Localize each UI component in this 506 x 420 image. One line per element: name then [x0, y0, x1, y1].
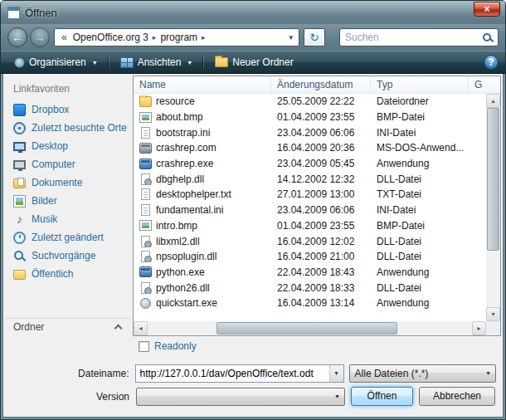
table-row[interactable]: resource25.05.2009 22:22Dateiordner: [134, 94, 486, 110]
ini-file-icon: [141, 127, 150, 139]
table-row[interactable]: crashrep.com16.04.2009 20:36MS-DOS-Anwen…: [134, 140, 486, 156]
table-row[interactable]: npsoplugin.dll16.04.2009 21:00DLL-Datei: [134, 249, 486, 265]
breadcrumb-item[interactable]: OpenOffice.org 3: [70, 32, 152, 43]
column-header-name[interactable]: Name: [134, 76, 271, 93]
sidebar-item-recent-places[interactable]: Zuletzt besuchte Orte: [13, 119, 131, 137]
table-row[interactable]: fundamental.ini23.04.2009 06:06INI-Datei: [134, 203, 486, 218]
search-input[interactable]: Suchen: [339, 28, 499, 46]
scroll-up-icon[interactable]: ▴: [486, 94, 500, 108]
table-row[interactable]: quickstart.exe16.04.2009 13:14Anwendung: [134, 295, 486, 311]
readonly-checkbox[interactable]: [139, 341, 149, 352]
readonly-label[interactable]: Readonly: [154, 340, 197, 352]
file-date: 16.04.2009 13:14: [271, 297, 371, 309]
sidebar-item-pictures[interactable]: Bilder: [13, 192, 131, 210]
folders-label: Ordner: [13, 321, 44, 333]
table-row[interactable]: python26.dll22.04.2009 18:33DLL-Datei: [134, 280, 486, 295]
cancel-button[interactable]: Abbrechen: [419, 387, 495, 406]
version-dropdown-icon[interactable]: ▾: [330, 388, 344, 405]
computer-icon: [13, 160, 26, 169]
breadcrumb[interactable]: « OpenOffice.org 3▸program▸ ▾: [54, 28, 299, 46]
table-row[interactable]: crashrep.exe23.04.2009 05:45Anwendung: [134, 156, 486, 172]
table-row[interactable]: bootstrap.ini23.04.2009 06:06INI-Datei: [134, 125, 486, 140]
table-row[interactable]: dbghelp.dll14.12.2002 12:32DLL-Datei: [134, 171, 486, 187]
sidebar-item-computer[interactable]: Computer: [13, 155, 131, 173]
filename-combobox[interactable]: ▾: [135, 364, 343, 383]
filetype-value: Alle Dateien (*.*): [350, 368, 481, 379]
breadcrumb-item[interactable]: program: [157, 32, 201, 43]
filename-input[interactable]: [136, 365, 328, 382]
file-name-cell: libxml2.dll: [134, 236, 271, 247]
window-icon: [7, 7, 20, 19]
sidebar-item-documents[interactable]: Dokumente: [13, 173, 131, 192]
table-row[interactable]: about.bmp01.04.2009 23:55BMP-Datei: [134, 110, 486, 125]
vertical-scrollbar[interactable]: ▴ ▾: [486, 94, 500, 321]
file-name: quickstart.exe: [156, 297, 217, 309]
table-row[interactable]: libxml2.dll16.04.2009 12:02DLL-Datei: [134, 233, 486, 249]
file-date: 27.01.2009 13:00: [271, 188, 371, 200]
file-name: resource: [156, 95, 195, 107]
table-row[interactable]: intro.bmp01.04.2009 23:55BMP-Datei: [134, 218, 486, 234]
dropbox-icon: [13, 104, 26, 116]
column-header-date[interactable]: Änderungsdatum: [271, 76, 371, 93]
image-file-icon: [139, 220, 152, 231]
open-button[interactable]: Öffnen: [351, 387, 413, 406]
breadcrumb-separator-icon[interactable]: ▸: [201, 33, 207, 42]
column-header-size[interactable]: G: [469, 76, 500, 93]
horizontal-scrollbar[interactable]: ◂ ▸: [134, 321, 486, 335]
pictures-icon: [13, 195, 26, 208]
sidebar-item-public[interactable]: Öffentlich: [13, 265, 131, 283]
folders-expander[interactable]: Ordner: [5, 318, 131, 335]
breadcrumb-dropdown-icon[interactable]: ▾: [287, 33, 294, 42]
search-icon: [482, 32, 493, 43]
sidebar-item-music[interactable]: ♪Musik: [13, 210, 131, 228]
file-date: 23.04.2009 06:06: [271, 127, 371, 139]
sidebar-item-desktop[interactable]: Desktop: [13, 137, 131, 155]
file-date: 23.04.2009 06:06: [271, 204, 371, 216]
file-name: libxml2.dll: [156, 236, 200, 247]
version-combobox[interactable]: ▾: [136, 388, 345, 406]
dll-file-icon: [141, 236, 150, 247]
new-folder-icon: [215, 57, 228, 67]
vertical-scroll-thumb[interactable]: [487, 108, 499, 251]
exe-file-icon: [139, 159, 152, 169]
views-icon: [120, 57, 134, 68]
titlebar[interactable]: Öffnen ×: [1, 1, 505, 24]
version-label: Version: [3, 391, 136, 403]
views-button[interactable]: Ansichten ▼: [114, 54, 200, 71]
filetype-combobox[interactable]: Alle Dateien (*.*) ▾: [349, 364, 496, 383]
public-icon: [13, 270, 26, 280]
forward-button[interactable]: →: [30, 27, 50, 47]
organize-button[interactable]: Organisieren ▼: [7, 54, 105, 71]
open-dialog-window: Öffnen × ← → « OpenOffice.org 3▸program▸…: [0, 0, 506, 420]
breadcrumb-overflow-icon[interactable]: «: [59, 32, 70, 43]
file-type: Dateiordner: [371, 95, 469, 107]
sidebar-item-recently-changed[interactable]: Zuletzt geändert: [13, 228, 131, 247]
new-folder-button[interactable]: Neuer Ordner: [208, 54, 299, 71]
file-name: about.bmp: [156, 111, 203, 123]
sidebar-item-searches[interactable]: Suchvorgänge: [13, 247, 131, 265]
close-button[interactable]: ×: [474, 2, 500, 17]
filetype-dropdown-icon[interactable]: ▾: [481, 365, 495, 382]
ini-file-icon: [141, 204, 150, 216]
file-date: 23.04.2009 05:45: [271, 158, 371, 169]
table-row[interactable]: desktophelper.txt27.01.2009 13:00TXT-Dat…: [134, 187, 486, 203]
filename-dropdown-icon[interactable]: ▾: [329, 365, 343, 382]
scroll-down-icon[interactable]: ▾: [486, 307, 500, 321]
dll-file-icon: [141, 251, 150, 262]
file-name-cell: crashrep.com: [134, 142, 271, 154]
column-header-type[interactable]: Typ: [371, 76, 469, 93]
image-file-icon: [139, 112, 152, 123]
command-toolbar: Organisieren ▼ Ansichten ▼ Neuer Ordner …: [1, 51, 505, 74]
help-button[interactable]: ?: [484, 55, 499, 70]
refresh-button[interactable]: ↻: [304, 28, 325, 46]
views-caret-icon: ▼: [187, 60, 192, 66]
back-button[interactable]: ←: [7, 27, 27, 47]
horizontal-scroll-thumb[interactable]: [217, 322, 397, 335]
views-label: Ansichten: [138, 56, 182, 68]
sidebar-item-dropbox[interactable]: Dropbox: [13, 100, 131, 119]
table-row[interactable]: python.exe22.04.2009 18:43Anwendung: [134, 265, 486, 281]
scroll-left-icon[interactable]: ◂: [134, 321, 148, 335]
file-date: 16.04.2009 20:36: [271, 142, 371, 154]
scroll-right-icon[interactable]: ▸: [472, 321, 486, 335]
favorites-header: Linkfavoriten: [13, 81, 131, 100]
